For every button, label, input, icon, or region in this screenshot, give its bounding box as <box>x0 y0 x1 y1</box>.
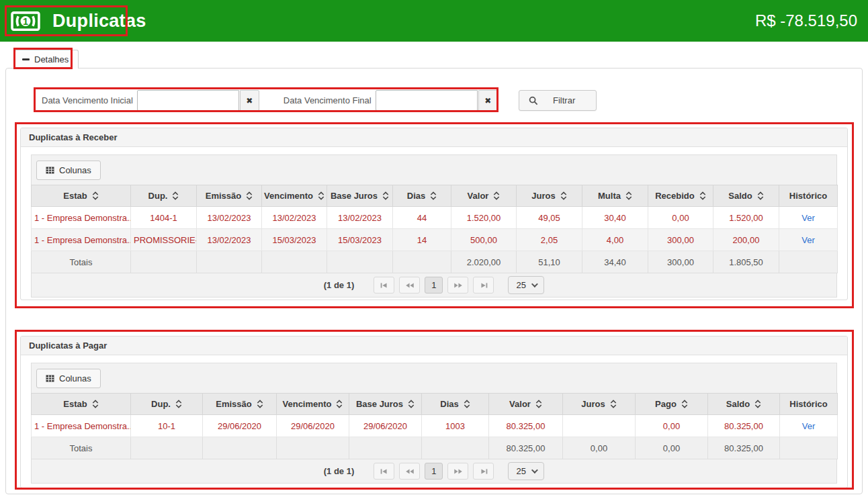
tab-detalhes-label: Detalhes <box>34 54 69 64</box>
col-header-juros[interactable]: Juros <box>517 185 582 207</box>
sort-icon <box>408 400 415 408</box>
col-header-base-juros[interactable]: Base Juros <box>349 394 422 415</box>
col-header-saldo[interactable]: Saldo <box>708 394 780 415</box>
sort-icon <box>493 191 500 200</box>
historico-ver-link[interactable]: Ver <box>801 213 815 223</box>
first-page-button[interactable] <box>374 277 394 293</box>
cell-pago: 0,00 <box>636 415 708 437</box>
col-header-saldo[interactable]: Saldo <box>713 185 779 207</box>
filter-row: Data Vencimento Inicial ✖ Data Venciment… <box>42 89 498 111</box>
prev-page-button[interactable] <box>399 277 420 293</box>
cell-dup: PROMISSORIE- <box>131 229 197 251</box>
col-header-recebido[interactable]: Recebido <box>648 185 713 207</box>
totals-saldo: 80.325,00 <box>708 437 780 459</box>
last-page-button[interactable] <box>473 463 494 480</box>
colunas-button-label: Colunas <box>59 165 91 175</box>
end-date-input[interactable] <box>376 90 478 111</box>
col-header-dias[interactable]: Dias <box>393 185 451 207</box>
prev-page-button[interactable] <box>399 463 420 480</box>
sort-icon <box>535 400 542 408</box>
pagar-header-row: Estab Dup. Emissão Vencimento Base Juros… <box>32 394 838 415</box>
filtrar-button-label: Filtrar <box>553 95 575 105</box>
cell-saldo: 200,00 <box>713 229 779 251</box>
pagar-paginator: (1 de 1) 1 25 <box>31 459 837 484</box>
paginator-info: (1 de 1) <box>324 280 355 290</box>
col-header-multa[interactable]: Multa <box>582 185 648 207</box>
cell-saldo: 80.325,00 <box>708 415 780 437</box>
col-header-valor[interactable]: Valor <box>451 185 517 207</box>
colunas-button-label: Colunas <box>59 373 91 383</box>
panel-receber-title: Duplicatas à Receber <box>21 128 847 147</box>
receber-datatable: Colunas Estab Dup. Emissão Vencimento Ba… <box>31 154 837 298</box>
col-header-pago[interactable]: Pago <box>636 394 708 415</box>
pagar-toolbar: Colunas <box>31 363 837 393</box>
tab-detalhes[interactable]: Detalhes <box>15 50 79 69</box>
end-date-label: Data Vencimento Final <box>284 95 372 105</box>
cell-dias: 44 <box>393 207 451 229</box>
col-header-estab[interactable]: Estab <box>32 185 131 207</box>
col-header-dup[interactable]: Dup. <box>131 394 203 415</box>
col-header-emissao[interactable]: Emissão <box>197 185 262 207</box>
cell-dias: 1003 <box>422 415 489 437</box>
colunas-button[interactable]: Colunas <box>36 369 101 388</box>
cell-multa: 4,00 <box>582 229 648 251</box>
page-size-dropdown[interactable]: 25 <box>508 462 544 480</box>
table-row[interactable]: 1 - Empresa Demonstra... 1404-1 13/02/20… <box>32 207 838 229</box>
cell-juros <box>563 415 636 437</box>
col-header-vencimento[interactable]: Vencimento <box>262 185 327 207</box>
chevron-down-icon <box>531 281 538 287</box>
cell-emissao: 13/02/2023 <box>197 229 262 251</box>
col-header-estab[interactable]: Estab <box>32 394 131 415</box>
page-number-button[interactable]: 1 <box>425 277 443 293</box>
totals-recebido: 300,00 <box>648 251 713 273</box>
cell-estab: 1 - Empresa Demonstra... <box>32 229 131 251</box>
cell-emissao: 13/02/2023 <box>197 207 262 229</box>
cell-recebido: 0,00 <box>648 207 713 229</box>
col-header-vencimento[interactable]: Vencimento <box>277 394 349 415</box>
table-row[interactable]: 1 - Empresa Demonstra... PROMISSORIE- 13… <box>32 229 838 251</box>
col-header-juros[interactable]: Juros <box>563 394 636 415</box>
sort-icon <box>610 400 617 408</box>
x-clear-icon: ✖ <box>246 96 253 105</box>
sort-icon <box>430 191 437 200</box>
clear-start-date-button[interactable]: ✖ <box>240 90 259 111</box>
receber-header-row: Estab Dup. Emissão Vencimento Base Juros… <box>32 185 838 207</box>
search-icon <box>529 96 538 105</box>
sort-icon <box>92 400 99 408</box>
app-header: 1 Duplicatas R$ -78.519,50 <box>0 0 868 42</box>
receber-table: Estab Dup. Emissão Vencimento Base Juros… <box>31 185 838 273</box>
col-header-dup[interactable]: Dup. <box>131 185 197 207</box>
next-page-button[interactable] <box>447 463 468 480</box>
col-header-emissao[interactable]: Emissão <box>203 394 277 415</box>
totals-row: Totais 80.325,00 0,00 0,00 80.325,00 <box>32 437 838 459</box>
balance-total: R$ -78.519,50 <box>755 11 857 30</box>
sort-icon <box>92 191 99 200</box>
sort-icon <box>257 400 263 408</box>
col-header-dias[interactable]: Dias <box>422 394 489 415</box>
filtrar-button[interactable]: Filtrar <box>519 90 597 111</box>
cell-estab: 1 - Empresa Demonstra... <box>32 415 131 437</box>
historico-ver-link[interactable]: Ver <box>801 235 815 245</box>
receber-paginator: (1 de 1) 1 25 <box>31 273 837 298</box>
cell-historico: Ver <box>780 415 838 437</box>
colunas-button[interactable]: Colunas <box>36 161 101 180</box>
sort-icon <box>464 400 470 408</box>
start-date-input[interactable] <box>137 90 239 111</box>
sort-icon <box>172 191 179 200</box>
brand: 1 Duplicatas <box>11 11 146 32</box>
next-page-button[interactable] <box>447 277 468 293</box>
cell-dup: 1404-1 <box>131 207 197 229</box>
page-number-button[interactable]: 1 <box>425 463 443 480</box>
last-page-button[interactable] <box>473 277 494 293</box>
col-header-valor[interactable]: Valor <box>489 394 563 415</box>
cell-base-juros: 15/03/2023 <box>327 229 393 251</box>
cell-historico: Ver <box>779 207 838 229</box>
cell-vencimento: 15/03/2023 <box>262 229 327 251</box>
page-size-dropdown[interactable]: 25 <box>508 276 544 294</box>
first-page-button[interactable] <box>374 463 394 480</box>
historico-ver-link[interactable]: Ver <box>802 421 816 431</box>
clear-end-date-button[interactable]: ✖ <box>478 90 498 111</box>
col-header-base-juros[interactable]: Base Juros <box>327 185 393 207</box>
table-row[interactable]: 1 - Empresa Demonstra... 10-1 29/06/2020… <box>32 415 838 437</box>
receber-toolbar: Colunas <box>31 154 837 185</box>
